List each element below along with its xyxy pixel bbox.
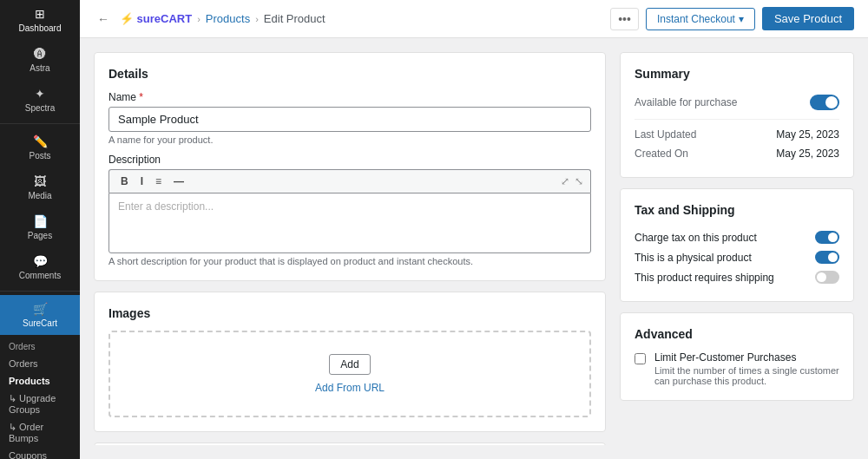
description-hint: A short description for your product tha… [108, 256, 591, 266]
description-label: Description [108, 154, 591, 166]
breadcrumb: ⚡ sureCART › Products › Edit Product [120, 12, 326, 25]
created-on-row: Created On May 25, 2023 [635, 144, 839, 163]
more-button[interactable]: — [169, 174, 188, 189]
tax-shipping-card: Tax and Shipping Charge tax on this prod… [620, 188, 854, 302]
pages-icon: 📄 [33, 214, 48, 228]
breadcrumb-products[interactable]: Products [206, 12, 250, 25]
limit-purchases-checkbox[interactable] [635, 353, 646, 364]
limit-purchases-text: Limit Per-Customer Purchases Limit the n… [654, 351, 839, 386]
breadcrumb-edit-product: Edit Product [264, 12, 326, 25]
sidebar: ⊞ Dashboard 🅐 Astra ✦ Spectra ✏️ Posts 🖼… [0, 0, 80, 459]
physical-toggle[interactable] [815, 251, 839, 264]
description-editor[interactable]: Enter a description... [108, 193, 591, 253]
surecart-icon: 🛒 [33, 302, 48, 316]
charge-tax-row: Charge tax on this product [635, 227, 839, 247]
sidebar-item-upgrade-groups[interactable]: ↳ Upgrade Groups [0, 390, 80, 418]
editor-toolbar: B I ≡ — ⤢ ⤡ [108, 169, 591, 193]
expand-icon: ⤢ [561, 175, 569, 187]
summary-available-row: Available for purchase [635, 91, 839, 114]
last-updated-value: May 25, 2023 [776, 128, 839, 141]
right-column: Summary Available for purchase Last Upda… [620, 52, 854, 445]
sidebar-item-posts[interactable]: ✏️ Posts [0, 128, 80, 167]
collapse-icon: ⤡ [575, 175, 583, 187]
last-updated-label: Last Updated [635, 128, 696, 141]
left-column: Details Name * A name for your product. … [94, 52, 606, 445]
comments-icon: 💬 [33, 254, 48, 268]
sidebar-item-coupons[interactable]: Coupons [0, 447, 80, 459]
required-star: * [139, 91, 143, 103]
chevron-down-icon: ▾ [739, 13, 744, 25]
requires-shipping-slider [815, 271, 839, 284]
sidebar-item-media[interactable]: 🖼 Media [0, 167, 80, 207]
sidebar-item-orders[interactable]: Orders [0, 355, 80, 372]
sidebar-item-surecart[interactable]: 🛒 SureCart [0, 295, 80, 335]
astra-icon: 🅐 [34, 47, 46, 61]
description-placeholder: Enter a description... [118, 200, 214, 213]
details-title: Details [108, 67, 591, 81]
images-drop-zone[interactable]: Add Add From URL [108, 331, 591, 417]
instant-checkout-label: Instant Checkout [657, 13, 735, 25]
breadcrumb-sep-2: › [255, 14, 259, 24]
limit-hint: Limit the number of times a single custo… [654, 365, 839, 386]
physical-slider [815, 251, 839, 264]
advanced-card: Advanced Limit Per-Customer Purchases Li… [620, 312, 854, 401]
add-from-url-link[interactable]: Add From URL [315, 382, 385, 394]
topbar: ← ⚡ sureCART › Products › Edit Product •… [80, 0, 868, 38]
limit-title: Limit Per-Customer Purchases [654, 351, 839, 364]
instant-checkout-button[interactable]: Instant Checkout ▾ [646, 8, 755, 30]
tax-shipping-title: Tax and Shipping [635, 203, 839, 217]
sidebar-item-order-bumps[interactable]: ↳ Order Bumps [0, 418, 80, 447]
topbar-actions: ••• Instant Checkout ▾ Save Product [610, 7, 854, 30]
charge-tax-toggle[interactable] [815, 231, 839, 244]
product-name-input[interactable] [108, 107, 591, 132]
sidebar-section-dashboard: Orders [0, 338, 80, 355]
available-slider [810, 95, 839, 110]
posts-icon: ✏️ [33, 134, 48, 148]
available-label: Available for purchase [635, 96, 738, 108]
summary-title: Summary [635, 67, 839, 81]
list-button[interactable]: ≡ [151, 174, 166, 189]
physical-product-row: This is a physical product [635, 247, 839, 267]
summary-card: Summary Available for purchase Last Upda… [620, 52, 854, 178]
sidebar-item-pages[interactable]: 📄 Pages [0, 207, 80, 247]
pricing-card: Pricing Set up pricing for your product.… [94, 443, 606, 445]
media-icon: 🖼 [34, 174, 46, 188]
name-label: Name * [108, 91, 591, 103]
images-title: Images [108, 306, 591, 320]
italic-button[interactable]: I [136, 174, 148, 189]
advanced-title: Advanced [635, 327, 839, 341]
requires-shipping-row: This product requires shipping [635, 267, 839, 287]
name-hint: A name for your product. [108, 134, 591, 145]
created-on-label: Created On [635, 148, 688, 160]
limit-purchases-row: Limit Per-Customer Purchases Limit the n… [635, 351, 839, 386]
more-options-button[interactable]: ••• [610, 8, 639, 30]
dashboard-icon: ⊞ [35, 7, 45, 21]
sidebar-item-spectra[interactable]: ✦ Spectra [0, 80, 80, 120]
images-card: Images Add Add From URL [94, 292, 606, 432]
details-card: Details Name * A name for your product. … [94, 52, 606, 281]
charge-tax-slider [815, 231, 839, 244]
sidebar-item-dashboard[interactable]: ⊞ Dashboard [0, 0, 80, 40]
main-content: ← ⚡ sureCART › Products › Edit Product •… [80, 0, 868, 459]
created-on-value: May 25, 2023 [776, 148, 839, 160]
page-body: Details Name * A name for your product. … [80, 38, 868, 459]
charge-tax-label: Charge tax on this product [635, 232, 757, 244]
spectra-icon: ✦ [35, 87, 45, 101]
requires-shipping-label: This product requires shipping [635, 272, 774, 284]
surecart-logo: ⚡ sureCART [120, 12, 192, 25]
add-image-button[interactable]: Add [329, 354, 370, 375]
requires-shipping-toggle[interactable] [815, 271, 839, 284]
sidebar-item-astra[interactable]: 🅐 Astra [0, 40, 80, 80]
save-product-button[interactable]: Save Product [762, 7, 854, 30]
available-toggle[interactable] [810, 95, 839, 110]
back-button[interactable]: ← [94, 10, 113, 28]
sidebar-item-products[interactable]: Products [0, 372, 80, 390]
breadcrumb-sep-1: › [197, 14, 201, 24]
last-updated-row: Last Updated May 25, 2023 [635, 125, 839, 144]
sidebar-item-comments[interactable]: 💬 Comments [0, 247, 80, 287]
bold-button[interactable]: B [116, 174, 133, 189]
physical-label: This is a physical product [635, 252, 752, 264]
